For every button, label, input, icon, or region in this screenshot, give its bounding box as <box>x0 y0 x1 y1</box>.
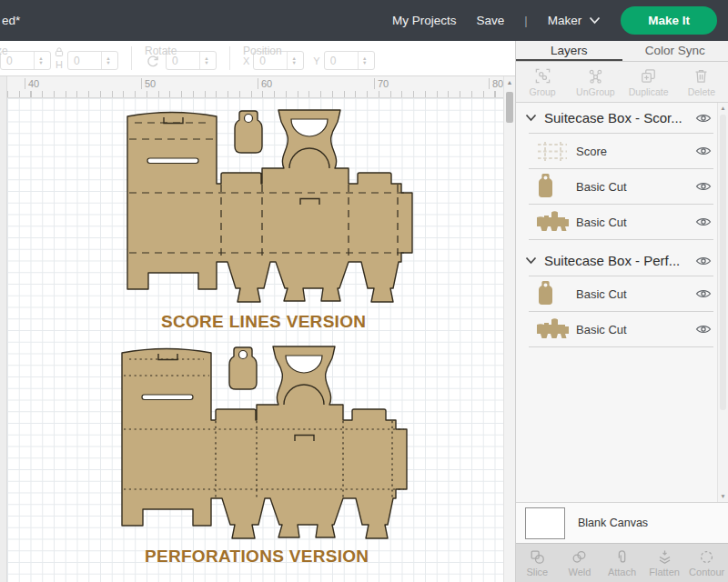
stepper-down-icon[interactable]: ▼ <box>292 61 297 65</box>
my-projects-link[interactable]: My Projects <box>392 14 457 27</box>
layer-group-header[interactable]: Suitecase Box - Scor... <box>516 103 717 133</box>
delete-button[interactable]: Delete <box>675 62 728 102</box>
attach-button[interactable]: Attach <box>601 544 643 582</box>
box-template-shape-icon <box>536 210 573 235</box>
eye-icon[interactable] <box>695 112 712 125</box>
layer-group-header[interactable]: Suitecase Box - Perf... <box>516 246 717 276</box>
divider <box>529 346 713 347</box>
layer-thumbnail <box>536 173 576 200</box>
chevron-down-icon[interactable] <box>525 255 537 266</box>
stepper-up-icon[interactable]: ▲▼ <box>358 52 371 69</box>
scroll-down-icon[interactable]: ▼ <box>718 491 728 502</box>
group-button[interactable]: Group <box>516 62 569 102</box>
scroll-up-icon[interactable]: ▲ <box>718 103 728 114</box>
tab-layers[interactable]: Layers <box>516 41 622 61</box>
scrollbar-thumb[interactable] <box>720 115 726 410</box>
group-icon <box>534 67 551 85</box>
position-y-input[interactable]: ▲▼ <box>324 51 375 70</box>
scrollbar-thumb[interactable] <box>506 92 513 123</box>
layer-group-title: Suitecase Box - Perf... <box>544 253 690 268</box>
layer-label: Basic Cut <box>576 323 690 336</box>
stepper-down-icon[interactable]: ▼ <box>106 61 110 65</box>
chevron-down-icon[interactable] <box>525 112 537 124</box>
y-axis-label: Y <box>313 55 319 66</box>
scroll-up-icon[interactable]: ▲ <box>504 76 515 89</box>
slice-label: Slice <box>526 567 548 577</box>
layer-actions: Group UnGroup Duplicate Delete <box>516 62 728 103</box>
stepper-up-icon[interactable]: ▲▼ <box>34 52 47 69</box>
divider <box>529 239 713 240</box>
layer-row[interactable]: Score <box>516 134 717 168</box>
canvas-vertical-scrollbar[interactable]: ▲ <box>503 76 515 582</box>
layer-row[interactable]: Basic Cut <box>516 276 717 311</box>
machine-select[interactable]: Maker <box>548 14 602 27</box>
delete-icon <box>693 67 710 85</box>
layers-scrollbar[interactable]: ▲ ▼ <box>717 103 728 502</box>
group-label: Group <box>530 86 556 97</box>
eye-icon[interactable] <box>695 287 712 300</box>
tag-shape-icon <box>536 173 555 200</box>
canvas-color-swatch[interactable] <box>525 507 565 539</box>
score-version-label[interactable]: SCORE LINES VERSION <box>161 312 366 332</box>
perforations-version-label[interactable]: PERFORATIONS VERSION <box>145 547 369 567</box>
stepper-down-icon[interactable]: ▼ <box>362 61 367 65</box>
score-version-shape[interactable] <box>127 110 412 302</box>
horizontal-ruler: 40 50 60 70 80 <box>7 76 503 98</box>
attach-label: Attach <box>608 567 636 577</box>
stepper-up-icon[interactable]: ▲▼ <box>287 52 300 69</box>
layer-list: Suitecase Box - Scor... Score Basic Cut <box>516 103 728 502</box>
stepper-up-icon[interactable]: ▲▼ <box>101 52 115 69</box>
save-link[interactable]: Save <box>477 14 505 27</box>
delete-label: Delete <box>688 86 715 97</box>
layer-row[interactable]: Basic Cut <box>516 312 717 346</box>
layer-label: Score <box>576 145 690 158</box>
size-section: ze ▲▼ H ▲▼ <box>0 41 126 75</box>
make-it-button[interactable]: Make It <box>621 6 717 35</box>
bottom-toolbar: Slice Weld Attach Flatten Contour <box>516 543 728 582</box>
eye-icon[interactable] <box>695 145 712 157</box>
layer-row[interactable]: Basic Cut <box>516 205 717 239</box>
stepper-down-icon[interactable]: ▼ <box>204 61 208 65</box>
tab-color-sync[interactable]: Color Sync <box>622 41 728 61</box>
contour-label: Contour <box>689 567 724 577</box>
weld-icon <box>571 548 588 566</box>
duplicate-icon <box>640 67 657 85</box>
ruler-tick: 50 <box>141 78 156 89</box>
y-value[interactable] <box>325 55 358 67</box>
contour-button[interactable]: Contour <box>685 544 728 582</box>
rotate-section: Rotate ▲▼ <box>137 41 224 75</box>
weld-button[interactable]: Weld <box>559 544 602 582</box>
ruler-tick: 40 <box>25 78 39 89</box>
edit-toolbar: ze ▲▼ H ▲▼ Rotate ▲▼ Position X ▲▼ Y <box>0 41 515 76</box>
height-value[interactable] <box>68 55 101 67</box>
flatten-button[interactable]: Flatten <box>643 544 686 582</box>
ungroup-button[interactable]: UnGroup <box>569 62 622 102</box>
design-canvas[interactable]: SCORE LINES VERSION PERFORATIONS VERSION… <box>0 76 503 582</box>
panel-tabs: Layers Color Sync <box>516 41 728 62</box>
aspect-lock[interactable]: H <box>54 46 65 70</box>
eye-icon[interactable] <box>695 323 712 336</box>
stepper-down-icon[interactable]: ▼ <box>38 61 43 65</box>
duplicate-label: Duplicate <box>629 86 669 97</box>
blank-canvas-row[interactable]: Blank Canvas <box>516 502 728 543</box>
height-input[interactable]: ▲▼ <box>67 51 118 70</box>
perforations-version-shape[interactable] <box>122 346 407 538</box>
slice-button[interactable]: Slice <box>516 544 559 582</box>
stepper-up-icon[interactable]: ▲▼ <box>199 52 213 69</box>
ruler-tick-marks <box>7 91 503 97</box>
layer-row[interactable]: Basic Cut <box>516 169 717 204</box>
layers-panel: Layers Color Sync Group UnGroup Duplicat… <box>515 41 728 582</box>
layer-thumbnail <box>536 280 576 307</box>
top-bar: ed* My Projects Save | Maker Make It <box>0 0 728 41</box>
position-label: Position <box>243 45 282 57</box>
score-pattern-icon <box>536 140 569 163</box>
eye-icon[interactable] <box>695 180 712 193</box>
duplicate-button[interactable]: Duplicate <box>622 62 675 102</box>
flatten-label: Flatten <box>649 567 680 577</box>
layer-group-title: Suitecase Box - Scor... <box>544 110 690 125</box>
eye-icon[interactable] <box>695 216 712 228</box>
rotate-label: Rotate <box>145 45 177 57</box>
ruler-tick: 60 <box>258 78 272 89</box>
eye-icon[interactable] <box>695 255 712 267</box>
layer-thumbnail <box>536 140 576 163</box>
